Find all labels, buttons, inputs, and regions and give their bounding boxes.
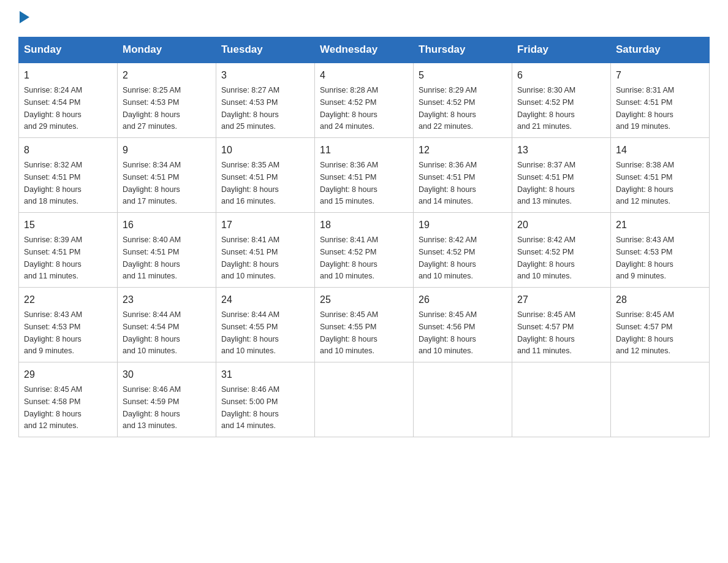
calendar-cell: 19Sunrise: 8:42 AMSunset: 4:52 PMDayligh… <box>414 213 512 288</box>
day-number: 4 <box>320 68 408 83</box>
day-info: Sunrise: 8:30 AMSunset: 4:52 PMDaylight:… <box>517 86 575 131</box>
calendar-cell: 20Sunrise: 8:42 AMSunset: 4:52 PMDayligh… <box>512 213 611 288</box>
day-number: 3 <box>221 68 309 83</box>
logo-triangle-icon <box>20 11 29 23</box>
calendar-cell: 10Sunrise: 8:35 AMSunset: 4:51 PMDayligh… <box>216 138 315 213</box>
calendar-cell <box>315 362 414 437</box>
day-number: 15 <box>24 218 112 232</box>
calendar-cell: 21Sunrise: 8:43 AMSunset: 4:53 PMDayligh… <box>611 213 710 288</box>
day-info: Sunrise: 8:37 AMSunset: 4:51 PMDaylight:… <box>517 161 575 205</box>
calendar-week-row: 8Sunrise: 8:32 AMSunset: 4:51 PMDaylight… <box>19 138 710 213</box>
day-info: Sunrise: 8:43 AMSunset: 4:53 PMDaylight:… <box>24 310 82 355</box>
day-number: 26 <box>419 293 507 307</box>
day-info: Sunrise: 8:35 AMSunset: 4:51 PMDaylight:… <box>221 161 279 205</box>
day-info: Sunrise: 8:43 AMSunset: 4:53 PMDaylight:… <box>616 236 674 280</box>
calendar-cell: 1Sunrise: 8:24 AMSunset: 4:54 PMDaylight… <box>19 63 118 138</box>
calendar-cell: 6Sunrise: 8:30 AMSunset: 4:52 PMDaylight… <box>512 63 611 138</box>
calendar-cell: 24Sunrise: 8:44 AMSunset: 4:55 PMDayligh… <box>216 288 315 362</box>
day-info: Sunrise: 8:42 AMSunset: 4:52 PMDaylight:… <box>419 236 477 280</box>
page-header <box>18 12 710 25</box>
day-info: Sunrise: 8:45 AMSunset: 4:57 PMDaylight:… <box>616 310 674 355</box>
calendar-cell: 26Sunrise: 8:45 AMSunset: 4:56 PMDayligh… <box>414 288 512 362</box>
calendar-cell: 25Sunrise: 8:45 AMSunset: 4:55 PMDayligh… <box>315 288 414 362</box>
calendar-cell: 13Sunrise: 8:37 AMSunset: 4:51 PMDayligh… <box>512 138 611 213</box>
day-info: Sunrise: 8:27 AMSunset: 4:53 PMDaylight:… <box>221 86 279 131</box>
day-number: 27 <box>517 293 605 307</box>
calendar-cell: 12Sunrise: 8:36 AMSunset: 4:51 PMDayligh… <box>414 138 512 213</box>
day-number: 21 <box>616 218 704 232</box>
calendar-cell: 3Sunrise: 8:27 AMSunset: 4:53 PMDaylight… <box>216 63 315 138</box>
day-number: 25 <box>320 293 408 307</box>
day-info: Sunrise: 8:24 AMSunset: 4:54 PMDaylight:… <box>24 86 82 131</box>
day-number: 31 <box>221 367 309 382</box>
calendar-cell: 9Sunrise: 8:34 AMSunset: 4:51 PMDaylight… <box>118 138 216 213</box>
day-info: Sunrise: 8:45 AMSunset: 4:56 PMDaylight:… <box>419 310 477 355</box>
calendar-cell: 8Sunrise: 8:32 AMSunset: 4:51 PMDaylight… <box>19 138 118 213</box>
day-number: 9 <box>123 143 211 158</box>
day-number: 22 <box>24 293 112 307</box>
calendar-cell <box>512 362 611 437</box>
calendar-week-row: 29Sunrise: 8:45 AMSunset: 4:58 PMDayligh… <box>19 362 710 437</box>
day-info: Sunrise: 8:45 AMSunset: 4:57 PMDaylight:… <box>517 310 575 355</box>
day-number: 30 <box>123 367 211 382</box>
day-info: Sunrise: 8:45 AMSunset: 4:58 PMDaylight:… <box>24 385 82 430</box>
day-info: Sunrise: 8:45 AMSunset: 4:55 PMDaylight:… <box>320 310 378 355</box>
day-info: Sunrise: 8:46 AMSunset: 5:00 PMDaylight:… <box>221 385 279 430</box>
calendar-cell: 17Sunrise: 8:41 AMSunset: 4:51 PMDayligh… <box>216 213 315 288</box>
calendar-header-row: SundayMondayTuesdayWednesdayThursdayFrid… <box>19 37 710 63</box>
day-number: 7 <box>616 68 704 83</box>
header-monday: Monday <box>118 37 216 63</box>
calendar-cell: 16Sunrise: 8:40 AMSunset: 4:51 PMDayligh… <box>118 213 216 288</box>
calendar-cell: 4Sunrise: 8:28 AMSunset: 4:52 PMDaylight… <box>315 63 414 138</box>
calendar-cell <box>611 362 710 437</box>
calendar-cell: 2Sunrise: 8:25 AMSunset: 4:53 PMDaylight… <box>118 63 216 138</box>
day-info: Sunrise: 8:36 AMSunset: 4:51 PMDaylight:… <box>320 161 378 205</box>
day-number: 20 <box>517 218 605 232</box>
day-number: 12 <box>419 143 507 158</box>
day-info: Sunrise: 8:29 AMSunset: 4:52 PMDaylight:… <box>419 86 477 131</box>
day-number: 1 <box>24 68 112 83</box>
day-info: Sunrise: 8:25 AMSunset: 4:53 PMDaylight:… <box>123 86 181 131</box>
calendar-table: SundayMondayTuesdayWednesdayThursdayFrid… <box>18 37 710 437</box>
calendar-cell: 7Sunrise: 8:31 AMSunset: 4:51 PMDaylight… <box>611 63 710 138</box>
header-sunday: Sunday <box>19 37 118 63</box>
day-number: 23 <box>123 293 211 307</box>
header-saturday: Saturday <box>611 37 710 63</box>
calendar-cell: 18Sunrise: 8:41 AMSunset: 4:52 PMDayligh… <box>315 213 414 288</box>
day-number: 24 <box>221 293 309 307</box>
day-info: Sunrise: 8:31 AMSunset: 4:51 PMDaylight:… <box>616 86 674 131</box>
day-number: 6 <box>517 68 605 83</box>
day-number: 18 <box>320 218 408 232</box>
calendar-cell: 14Sunrise: 8:38 AMSunset: 4:51 PMDayligh… <box>611 138 710 213</box>
day-info: Sunrise: 8:28 AMSunset: 4:52 PMDaylight:… <box>320 86 378 131</box>
calendar-cell: 15Sunrise: 8:39 AMSunset: 4:51 PMDayligh… <box>19 213 118 288</box>
calendar-cell: 27Sunrise: 8:45 AMSunset: 4:57 PMDayligh… <box>512 288 611 362</box>
calendar-cell: 28Sunrise: 8:45 AMSunset: 4:57 PMDayligh… <box>611 288 710 362</box>
day-info: Sunrise: 8:44 AMSunset: 4:55 PMDaylight:… <box>221 310 279 355</box>
day-number: 11 <box>320 143 408 158</box>
day-info: Sunrise: 8:34 AMSunset: 4:51 PMDaylight:… <box>123 161 181 205</box>
day-info: Sunrise: 8:46 AMSunset: 4:59 PMDaylight:… <box>123 385 181 430</box>
calendar-cell: 29Sunrise: 8:45 AMSunset: 4:58 PMDayligh… <box>19 362 118 437</box>
calendar-cell: 23Sunrise: 8:44 AMSunset: 4:54 PMDayligh… <box>118 288 216 362</box>
day-info: Sunrise: 8:39 AMSunset: 4:51 PMDaylight:… <box>24 236 82 280</box>
header-wednesday: Wednesday <box>315 37 414 63</box>
calendar-cell: 30Sunrise: 8:46 AMSunset: 4:59 PMDayligh… <box>118 362 216 437</box>
day-number: 19 <box>419 218 507 232</box>
day-number: 29 <box>24 367 112 382</box>
day-info: Sunrise: 8:44 AMSunset: 4:54 PMDaylight:… <box>123 310 181 355</box>
calendar-week-row: 15Sunrise: 8:39 AMSunset: 4:51 PMDayligh… <box>19 213 710 288</box>
calendar-cell: 22Sunrise: 8:43 AMSunset: 4:53 PMDayligh… <box>19 288 118 362</box>
day-info: Sunrise: 8:41 AMSunset: 4:51 PMDaylight:… <box>221 236 279 280</box>
day-number: 8 <box>24 143 112 158</box>
header-friday: Friday <box>512 37 611 63</box>
day-info: Sunrise: 8:42 AMSunset: 4:52 PMDaylight:… <box>517 236 575 280</box>
calendar-cell: 31Sunrise: 8:46 AMSunset: 5:00 PMDayligh… <box>216 362 315 437</box>
calendar-week-row: 22Sunrise: 8:43 AMSunset: 4:53 PMDayligh… <box>19 288 710 362</box>
day-info: Sunrise: 8:38 AMSunset: 4:51 PMDaylight:… <box>616 161 674 205</box>
header-thursday: Thursday <box>414 37 512 63</box>
day-number: 16 <box>123 218 211 232</box>
calendar-cell: 11Sunrise: 8:36 AMSunset: 4:51 PMDayligh… <box>315 138 414 213</box>
day-info: Sunrise: 8:32 AMSunset: 4:51 PMDaylight:… <box>24 161 82 205</box>
day-number: 13 <box>517 143 605 158</box>
